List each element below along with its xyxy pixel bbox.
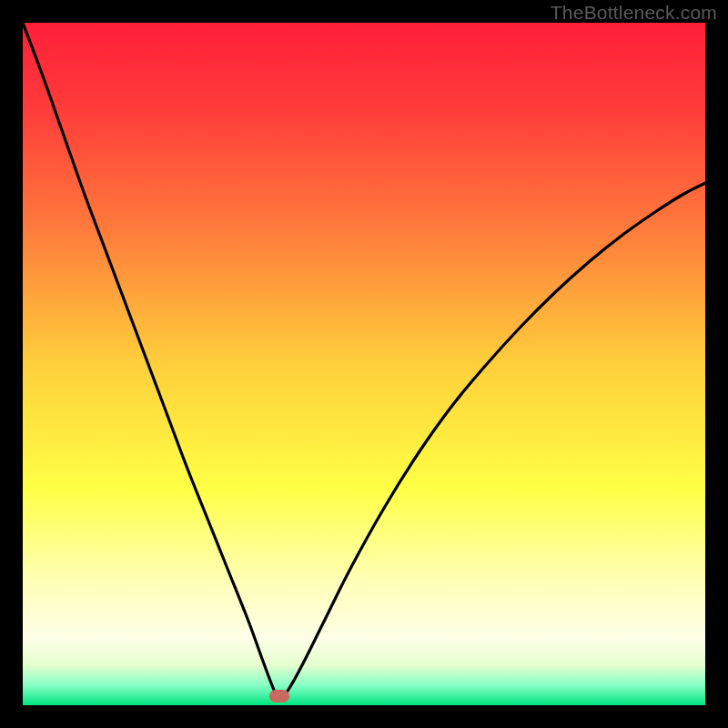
curve-svg <box>23 23 705 705</box>
chart-frame: TheBottleneck.com <box>0 0 728 728</box>
bottleneck-curve-path <box>23 23 705 698</box>
watermark-text: TheBottleneck.com <box>551 2 717 24</box>
plot-area <box>23 23 705 705</box>
optimal-point-marker <box>269 690 289 703</box>
